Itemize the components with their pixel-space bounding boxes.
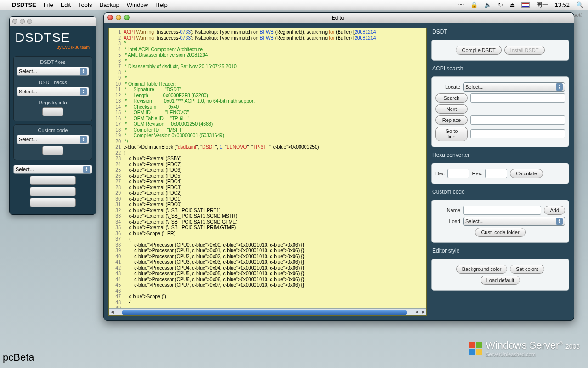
tool-titlebar[interactable]: [10, 17, 96, 26]
eject-icon[interactable]: ⏏: [509, 1, 515, 8]
locate-label: Locate: [435, 84, 460, 90]
bottom-button-2[interactable]: [30, 187, 76, 196]
zoom-icon[interactable]: [27, 19, 32, 24]
editor-title: Editor: [332, 15, 346, 21]
hacks-select[interactable]: Select...▲▼: [17, 87, 89, 96]
code-content[interactable]: ACPI Warning (nsaccess-0733): NsLookup: …: [124, 29, 426, 305]
tool-window: DSDTSE By EvOsx86 team DSDT fixes Select…: [9, 16, 96, 215]
menu-file[interactable]: File: [44, 1, 53, 8]
search-input[interactable]: [470, 93, 565, 103]
spotlight-icon[interactable]: 🔍: [576, 1, 583, 8]
name-label: Name: [435, 207, 460, 213]
volume-icon[interactable]: 🔈: [484, 1, 492, 8]
acpi-title: ACPI search: [432, 65, 569, 72]
dec-label: Dec: [435, 171, 445, 176]
close-icon[interactable]: [107, 15, 113, 20]
custom-label: Custom code: [17, 127, 89, 133]
input-flag-icon[interactable]: [521, 2, 530, 8]
registry-label: Registry info: [17, 100, 89, 105]
dsdt-panel: Compile DSDT Install DSDT: [431, 40, 569, 61]
hex-label: Hex.: [472, 171, 483, 176]
custom-select[interactable]: Select...▲▼: [17, 135, 89, 144]
custom-button[interactable]: [42, 146, 63, 155]
dsdt-title: DSDT: [432, 29, 569, 35]
setcolors-button[interactable]: Set colors: [510, 264, 544, 274]
es-title: Editor style: [432, 247, 569, 254]
fixes-label: DSDT fixes: [17, 59, 89, 65]
line-gutter: 1234567891011121314151617181920212223242…: [109, 28, 123, 316]
logo: DSDTSE: [11, 28, 94, 45]
menu-window[interactable]: Window: [127, 1, 148, 8]
menubar: DSDTSE File Edit Tools Backup Window Hel…: [0, 0, 588, 10]
scroll-right-icon[interactable]: ▶: [420, 309, 426, 315]
zoom-icon[interactable]: [124, 15, 130, 20]
next-button[interactable]: Next: [435, 104, 468, 114]
fixes-select[interactable]: Select...▲▼: [17, 67, 89, 76]
hex-input[interactable]: [485, 169, 507, 178]
loaddefault-button[interactable]: Load default: [481, 276, 520, 285]
registry-button[interactable]: [42, 107, 63, 116]
timemachine-icon[interactable]: ↻: [498, 1, 503, 8]
close-icon[interactable]: [12, 19, 17, 24]
bottom-button-1[interactable]: [30, 176, 76, 185]
dec-input[interactable]: [447, 169, 469, 178]
calculate-button[interactable]: Calculate: [510, 169, 543, 178]
install-button[interactable]: Install DSDT: [504, 46, 545, 55]
horizontal-scrollbar[interactable]: ◀ ◀ ▶: [109, 308, 426, 316]
gotoline-button[interactable]: Go to line: [435, 126, 468, 141]
cc-panel: NameAdd LoadSelect...▲▼ Cust. code folde…: [431, 200, 569, 243]
add-button[interactable]: Add: [544, 206, 565, 215]
bottom-button-3[interactable]: [30, 198, 76, 207]
menu-help[interactable]: Help: [155, 1, 168, 8]
search-button[interactable]: Search: [435, 93, 468, 103]
minimize-icon[interactable]: [116, 15, 121, 20]
windows-flag-icon: [469, 342, 482, 355]
hex-panel: Dec Hex. Calculate: [431, 163, 569, 184]
menu-tools[interactable]: Tools: [78, 1, 92, 8]
compile-button[interactable]: Compile DSDT: [456, 46, 501, 55]
load-select[interactable]: Select...▲▼: [463, 217, 565, 226]
hex-title: Hexa converter: [432, 152, 569, 158]
bottom-select[interactable]: Select...▲▼: [13, 165, 92, 174]
windows-server-logo: Windows Server® 2008 ServerUnleashed.com: [469, 339, 580, 357]
hacks-label: DSDT hacks: [17, 80, 89, 85]
load-label: Load: [435, 218, 460, 224]
scroll-thumb[interactable]: [122, 310, 407, 315]
editor-window: Editor 123456789101112131415161718192021…: [103, 12, 574, 321]
clock-day: 周一: [536, 1, 548, 9]
name-input[interactable]: [463, 206, 541, 215]
scripts-icon[interactable]: 〰: [458, 1, 464, 8]
cc-title: Custom code: [432, 189, 569, 195]
replace-button[interactable]: Replace: [435, 115, 468, 125]
gotoline-input[interactable]: [470, 129, 565, 138]
menu-edit[interactable]: Edit: [61, 1, 71, 8]
logo-subtitle: By EvOsx86 team: [11, 45, 94, 53]
pcbeta-watermark: pcBeta: [3, 351, 34, 363]
folder-button[interactable]: Cust. code folder: [475, 228, 525, 237]
replace-input[interactable]: [470, 115, 565, 125]
minimize-icon[interactable]: [20, 19, 25, 24]
scroll-left2-icon[interactable]: ◀: [413, 309, 420, 315]
locate-select[interactable]: Select...▲▼: [463, 82, 565, 92]
clock-time: 13:52: [554, 1, 570, 8]
menu-backup[interactable]: Backup: [99, 1, 119, 8]
scroll-left-icon[interactable]: ◀: [109, 309, 115, 315]
app-name[interactable]: DSDTSE: [12, 1, 36, 8]
es-panel: Background color Set colors Load default: [431, 259, 569, 291]
code-editor[interactable]: 1234567891011121314151617181920212223242…: [108, 28, 427, 316]
editor-titlebar[interactable]: Editor: [104, 13, 574, 23]
acpi-panel: Locate Select...▲▼ Search Next Replace G…: [431, 76, 569, 147]
lock-icon[interactable]: 🔒: [470, 1, 478, 8]
bgcolor-button[interactable]: Background color: [456, 264, 508, 274]
